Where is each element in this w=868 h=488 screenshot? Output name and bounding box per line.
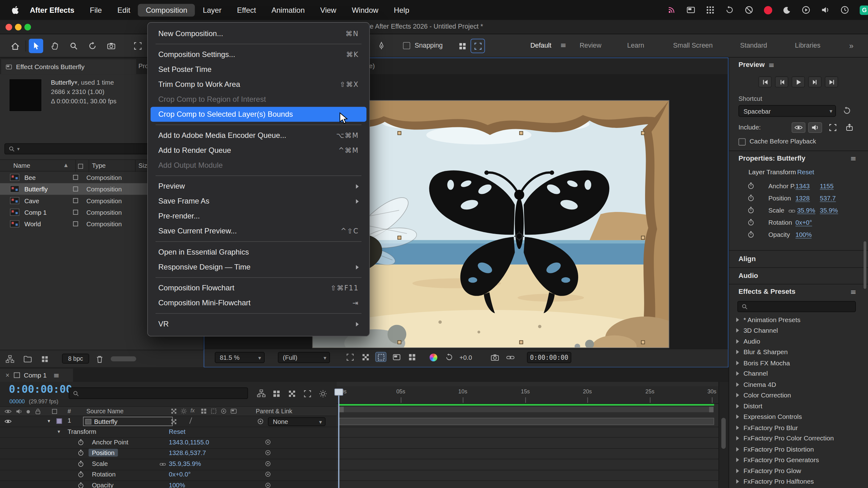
app-menu-title[interactable]: After Effects bbox=[22, 4, 82, 17]
first-frame-button[interactable] bbox=[758, 76, 772, 88]
selection-handle[interactable] bbox=[641, 340, 645, 344]
effects-item-blur-sharpen[interactable]: Blur & Sharpen bbox=[732, 347, 864, 358]
expander-icon[interactable] bbox=[736, 393, 739, 397]
expander-icon[interactable] bbox=[736, 479, 739, 484]
menu-item-trim-comp-to-work-area[interactable]: Trim Comp to Work Area⇧⌘X bbox=[151, 77, 367, 92]
label-column-icon[interactable] bbox=[78, 164, 83, 169]
stopwatch-icon[interactable] bbox=[747, 194, 754, 201]
camera-tool[interactable] bbox=[104, 39, 118, 53]
rotation-value[interactable]: 0x+0° bbox=[796, 219, 812, 226]
selection-handle[interactable] bbox=[641, 131, 645, 135]
stopwatch-icon[interactable] bbox=[747, 231, 754, 238]
viewer-timecode[interactable]: 0:00:00:00 bbox=[527, 352, 571, 363]
opacity-property-label[interactable]: Opacity bbox=[92, 482, 113, 488]
rotation-property-label[interactable]: Rotation bbox=[92, 471, 116, 478]
draft-3d-icon[interactable] bbox=[272, 390, 281, 398]
effects-item-audio[interactable]: Audio bbox=[732, 336, 864, 347]
menu-item-composition-settings[interactable]: Composition Settings...⌘K bbox=[151, 47, 367, 62]
audio-panel-title[interactable]: Audio bbox=[739, 272, 758, 280]
scale-x-value[interactable]: 35.9% bbox=[797, 207, 815, 214]
menu-item-save-current-preview[interactable]: Save Current Preview...^⇧C bbox=[151, 224, 367, 238]
show-snapshot-icon[interactable] bbox=[506, 353, 515, 362]
volume-icon[interactable] bbox=[821, 6, 830, 14]
layer-transform-reset-link[interactable]: Reset bbox=[797, 168, 814, 176]
transform-reset-link[interactable]: Reset bbox=[169, 428, 185, 435]
layer-duration-bar[interactable] bbox=[339, 418, 714, 425]
work-area-start-handle[interactable] bbox=[339, 407, 344, 412]
effects-item-cinema-4d[interactable]: Cinema 4D bbox=[732, 379, 864, 390]
focus-moon-icon[interactable] bbox=[783, 6, 791, 14]
workspace-tab-small-screen[interactable]: Small Screen bbox=[673, 41, 713, 49]
shy-layers-icon[interactable] bbox=[288, 390, 297, 398]
workspace-menu-icon[interactable]: ≡ bbox=[560, 41, 566, 50]
position-y-value[interactable]: 537.7 bbox=[820, 195, 836, 202]
label-swatch[interactable] bbox=[73, 175, 78, 180]
menu-item-composition-mini-flowchart[interactable]: Composition Mini-Flowchart⇥ bbox=[151, 295, 367, 310]
menu-item-add-to-render-queue[interactable]: Add to Render Queue^⌘M bbox=[151, 143, 367, 158]
scale-property-value[interactable]: 35.9,35.9% bbox=[169, 460, 201, 467]
column-type[interactable]: Type bbox=[92, 162, 105, 169]
expander-icon[interactable] bbox=[736, 425, 739, 430]
stopwatch-icon[interactable] bbox=[78, 482, 84, 488]
snapshot-camera-icon[interactable] bbox=[490, 353, 499, 362]
guides-options-icon[interactable] bbox=[391, 352, 402, 362]
position-property-value[interactable]: 1328.6,537.7 bbox=[169, 449, 206, 456]
motion-blur-icon[interactable] bbox=[319, 390, 327, 398]
adjustment-switch-icon[interactable] bbox=[220, 408, 227, 414]
composition-mini-flowchart-icon[interactable] bbox=[257, 389, 266, 398]
expander-icon[interactable] bbox=[736, 404, 739, 408]
menu-item-vr[interactable]: VR bbox=[151, 317, 367, 331]
menu-item-composition-flowchart[interactable]: Composition Flowchart⇧⌘F11 bbox=[151, 281, 367, 295]
trash-icon[interactable] bbox=[95, 355, 104, 363]
workspace-tab-standard[interactable]: Standard bbox=[740, 41, 767, 49]
anchor-point-indicator[interactable] bbox=[514, 231, 524, 241]
fx-switch-icon[interactable]: fx bbox=[190, 408, 195, 414]
effects-item-animation-presets[interactable]: * Animation Presets bbox=[732, 314, 864, 325]
stopwatch-icon[interactable] bbox=[747, 182, 754, 189]
menu-item-crop-comp-to-selected-layer-bounds[interactable]: Crop Comp to Selected Layer(s) Bounds bbox=[151, 107, 367, 122]
menu-item-set-poster-time[interactable]: Set Poster Time bbox=[151, 62, 367, 77]
timeline-scrollbar[interactable] bbox=[721, 418, 726, 449]
layer-visibility-eye-icon[interactable] bbox=[4, 418, 11, 425]
selection-handle[interactable] bbox=[398, 131, 401, 135]
right-panel-scrollbar[interactable] bbox=[864, 241, 866, 289]
position-property-label[interactable]: Position bbox=[88, 449, 118, 457]
effects-item-expression-controls[interactable]: Expression Controls bbox=[732, 412, 864, 422]
property-pickwhip-icon[interactable] bbox=[265, 471, 271, 478]
label-column-icon[interactable] bbox=[52, 409, 57, 414]
motion-blur-switch-icon[interactable] bbox=[211, 408, 217, 414]
motion-path-icon[interactable] bbox=[455, 39, 469, 53]
effects-item-distort[interactable]: Distort bbox=[732, 400, 864, 412]
transform-group-label[interactable]: Transform bbox=[67, 428, 96, 435]
creative-cloud-icon[interactable] bbox=[764, 6, 772, 14]
expander-icon[interactable] bbox=[736, 339, 739, 344]
sync-icon[interactable] bbox=[725, 6, 734, 14]
link-dimensions-icon[interactable] bbox=[159, 461, 166, 467]
selection-handle[interactable] bbox=[519, 131, 523, 135]
workspace-tab-libraries[interactable]: Libraries bbox=[795, 41, 820, 49]
menu-item-open-in-essential-graphics[interactable]: Open in Essential Graphics bbox=[151, 245, 367, 260]
menu-item-add-to-adobe-media-encoder-queue[interactable]: Add to Adobe Media Encoder Queue...⌥⌘M bbox=[151, 128, 367, 143]
video-column-eye-icon[interactable] bbox=[4, 408, 11, 415]
workspace-tab-review[interactable]: Review bbox=[580, 41, 601, 49]
menu-composition[interactable]: Composition bbox=[138, 4, 195, 17]
selection-handle[interactable] bbox=[398, 236, 401, 239]
label-swatch[interactable] bbox=[73, 210, 78, 215]
property-pickwhip-icon[interactable] bbox=[265, 482, 271, 488]
opacity-value[interactable]: 100% bbox=[796, 231, 812, 238]
previous-frame-button[interactable] bbox=[775, 76, 788, 88]
playhead-handle[interactable] bbox=[334, 388, 343, 396]
footage-name-caret[interactable]: ▾ bbox=[74, 78, 78, 86]
selection-handle[interactable] bbox=[398, 340, 401, 344]
label-swatch[interactable] bbox=[73, 187, 78, 191]
timeline-tab-menu-icon[interactable]: ≡ bbox=[53, 371, 59, 379]
cache-before-playback-checkbox[interactable] bbox=[739, 138, 746, 145]
last-frame-button[interactable] bbox=[825, 76, 838, 88]
menu-file[interactable]: File bbox=[82, 4, 110, 17]
layer-number-column[interactable]: # bbox=[67, 408, 71, 414]
mask-visibility-icon[interactable] bbox=[375, 352, 387, 362]
scale-y-value[interactable]: 35.9% bbox=[820, 207, 838, 214]
timeline-tab-comp1[interactable]: × Comp 1 ≡ bbox=[0, 368, 73, 382]
playhead-line[interactable] bbox=[338, 390, 339, 488]
column-name[interactable]: Name bbox=[13, 162, 31, 169]
